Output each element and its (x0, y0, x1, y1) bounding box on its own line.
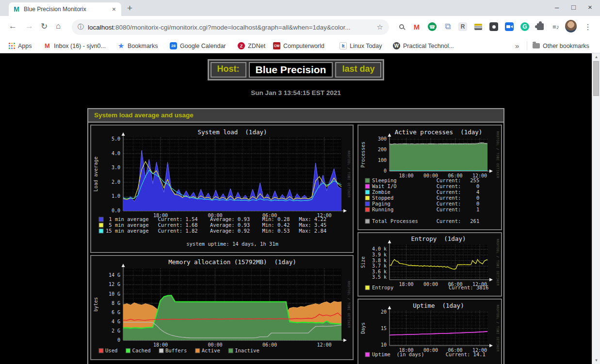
wordpress-icon: W (393, 42, 400, 49)
window-maximize-icon[interactable]: □ (571, 3, 576, 11)
svg-text:8 G: 8 G (112, 301, 120, 306)
window-close-icon[interactable]: × (588, 3, 592, 11)
svg-text:3.5 k: 3.5 k (372, 274, 387, 280)
svg-text:Processes: Processes (360, 142, 366, 168)
search-extension-icon[interactable] (396, 21, 407, 32)
extensions-puzzle-icon[interactable] (535, 21, 546, 32)
svg-text:Days: Days (360, 322, 366, 334)
tab-close-icon[interactable]: × (111, 5, 117, 13)
bookmark-computerworld[interactable]: CW Computerworld (273, 41, 324, 51)
page-scrollbar[interactable]: ▲ ▼ (592, 53, 600, 364)
scroll-up-icon[interactable]: ▲ (592, 55, 600, 59)
svg-text:0: 0 (117, 337, 120, 343)
svg-text:3.7 k: 3.7 k (372, 263, 387, 269)
scroll-down-icon[interactable]: ▼ (592, 358, 600, 363)
bookmark-google-calendar[interactable]: 28 Google Calendar (170, 41, 226, 51)
bookmark-inbox[interactable]: M Inbox (16) - sjvn0... (44, 41, 106, 51)
chart-system-load[interactable]: 0.01.02.03.04.05.018:0000:0006:0012:00Sy… (90, 125, 354, 253)
computerworld-icon: CW (273, 42, 280, 49)
bookmark-linux-today[interactable]: lt Linux Today (340, 41, 382, 51)
svg-text:12 G: 12 G (109, 282, 120, 287)
bookmark-star-icon[interactable]: ☆ (377, 23, 383, 32)
svg-text:300: 300 (378, 136, 387, 142)
svg-text:Active processes (1day): Active processes (1day) (395, 128, 483, 136)
address-bar[interactable]: ⓘ localhost:8080/monitorix-cgi/monitorix… (72, 19, 389, 35)
chart-active-processes[interactable]: 010020030018:0000:0006:0012:00Active pro… (357, 125, 502, 230)
scrollbar-thumb[interactable] (593, 61, 599, 96)
svg-text:18:00: 18:00 (153, 342, 168, 348)
chart-uptime[interactable]: 10152018:0000:0006:0012:00Uptime (1day)D… (357, 299, 502, 364)
svg-text:5.0: 5.0 (112, 136, 120, 142)
host-selector: Host: Blue Precision last day (208, 59, 385, 80)
books-extension-icon[interactable] (472, 21, 484, 32)
svg-text:2 G: 2 G (112, 328, 120, 333)
other-bookmarks[interactable]: Other bookmarks (533, 41, 589, 51)
svg-text:RRDTOOL / TOBI OETIKER: RRDTOOL / TOBI OETIKER (496, 131, 500, 178)
when-value: last day (335, 62, 381, 78)
uptime-graph: 10152018:0000:0006:0012:00Uptime (1day)D… (359, 301, 500, 361)
svg-text:5 min average Current: 1.68: 5 min average Current: 1.68 Average: 0.9… (106, 222, 326, 228)
forward-icon[interactable]: → (25, 21, 33, 31)
chart-entropy[interactable]: 3.5 k3.6 k3.7 k3.8 k3.9 k4.0 k18:0000:00… (357, 232, 502, 297)
svg-text:Stopped Current:: Stopped Current: 0 (372, 195, 479, 201)
svg-text:Entropy (1day): Entropy (1day) (411, 235, 466, 242)
grammarly-extension-icon[interactable]: G (519, 21, 531, 32)
svg-text:2.0: 2.0 (112, 179, 120, 185)
copy-extension-icon[interactable]: ⧉ (442, 21, 454, 32)
svg-text:12:00: 12:00 (317, 342, 331, 348)
svg-text:4.0 k: 4.0 k (372, 246, 387, 252)
star-icon: ★ (117, 42, 125, 49)
tab-strip: M Blue Precision Monitorix × + – □ × (0, 0, 600, 16)
svg-text:Zombie Current:: Zombie Current: 4 (372, 189, 479, 195)
browser-menu-icon[interactable]: ⋮ (582, 21, 594, 32)
voice-extension-icon[interactable]: ☎ (426, 21, 438, 32)
info-icon[interactable]: ⓘ (78, 23, 84, 32)
svg-text:Sleeping Current:: Sleeping Current: 255 (372, 177, 479, 183)
svg-text:00:00: 00:00 (208, 342, 222, 348)
svg-text:M: M (14, 5, 19, 13)
svg-text:Memory allocation (15792MB) (: Memory allocation (15792MB) (1day) (168, 258, 296, 266)
window-minimize-icon[interactable]: – (555, 3, 559, 11)
svg-text:10 G: 10 G (109, 291, 120, 297)
svg-text:3.0: 3.0 (112, 165, 120, 170)
svg-text:3.6 k: 3.6 k (372, 269, 387, 274)
svg-text:Cached: Cached (132, 348, 151, 353)
system-section: System load average and usage 0.01.02.03… (87, 108, 504, 364)
bookmarks-divider (527, 41, 527, 50)
bookmark-practical-technology[interactable]: W Practical Technol... (393, 41, 454, 51)
svg-text:100: 100 (378, 158, 387, 163)
bookmark-zdnet[interactable]: Z ZDNet (238, 41, 265, 51)
bookmark-apps[interactable]: Apps (9, 41, 32, 51)
svg-text:RRDTOOL / TOBI OETIKER: RRDTOOL / TOBI OETIKER (347, 281, 351, 328)
svg-text:RRDTOOL / TOBI OETIKER: RRDTOOL / TOBI OETIKER (347, 150, 351, 197)
playlist-extension-icon[interactable]: ≡♪ (550, 21, 562, 32)
svg-text:3.9 k: 3.9 k (372, 252, 387, 257)
zdnet-icon: Z (238, 42, 245, 49)
svg-text:Entropy Curre: Entropy Current: 3816 (372, 285, 488, 290)
r-extension-icon[interactable]: R (457, 21, 469, 32)
browser-window: M Blue Precision Monitorix × + – □ × ← →… (0, 0, 600, 364)
browser-tab[interactable]: M Blue Precision Monitorix × (9, 2, 121, 16)
profile-avatar[interactable] (565, 20, 577, 32)
svg-text:Size: Size (360, 256, 366, 268)
svg-text:RRDTOOL / TOBI OETIKER: RRDTOOL / TOBI OETIKER (496, 238, 500, 285)
svg-text:06:00: 06:00 (262, 342, 277, 348)
svg-text:Active: Active (202, 348, 220, 353)
new-tab-button[interactable]: + (127, 3, 132, 14)
camera-extension-icon[interactable] (503, 21, 515, 32)
bookmarks-bar: Apps M Inbox (16) - sjvn0... ★ Bookmarks… (0, 38, 600, 53)
reload-icon[interactable]: ↻ (41, 21, 48, 32)
bookmark-bookmarks[interactable]: ★ Bookmarks (117, 41, 158, 51)
home-icon[interactable]: ⌂ (56, 21, 61, 31)
svg-text:system uptime: 14 days, 1h 31m: system uptime: 14 days, 1h 31m (186, 241, 278, 247)
gmail-extension-icon[interactable]: M (411, 21, 422, 32)
section-title: System load average and usage (88, 109, 503, 123)
bookmarks-overflow-icon[interactable]: » (515, 41, 519, 51)
svg-text:10: 10 (381, 342, 387, 348)
chart-memory-allocation[interactable]: 02 G4 G6 G8 G10 G12 G14 G18:0000:0006:00… (90, 255, 354, 360)
tab-title: Blue Precision Monitorix (24, 6, 111, 13)
back-icon[interactable]: ← (9, 21, 17, 31)
svg-text:Used: Used (105, 348, 117, 353)
dark-extension-icon[interactable] (488, 21, 500, 32)
host-label: Host: (211, 62, 246, 78)
